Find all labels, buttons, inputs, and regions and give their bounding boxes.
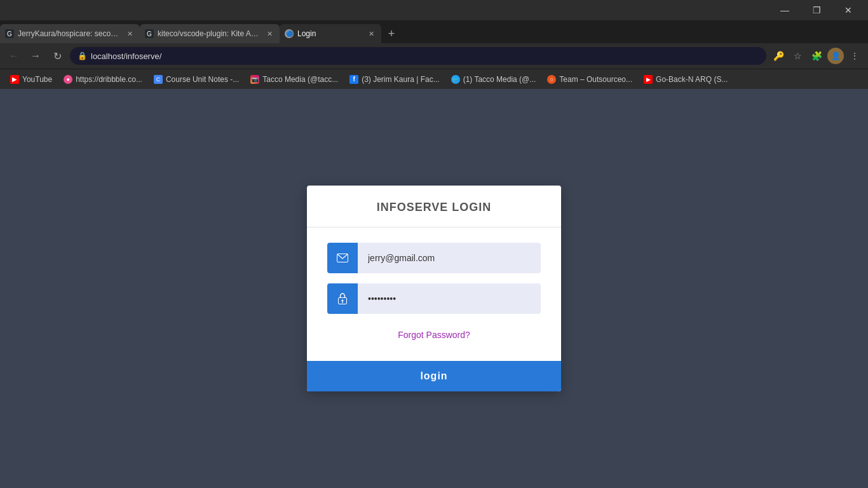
goback-favicon: ▶: [644, 75, 653, 84]
tab-title-login: Login: [297, 29, 362, 38]
bookmark-youtube-label: YouTube: [22, 75, 52, 84]
bookmark-facebook[interactable]: f (3) Jerim Kaura | Fac...: [344, 72, 444, 87]
address-text: localhost/infoserve/: [91, 51, 759, 61]
bookmark-instagram-label: Tacco Media (@tacc...: [262, 75, 338, 84]
bookmarks-bar: ▶ YouTube ● https://dribbble.co... C Cou…: [0, 69, 868, 89]
lock-icon: 🔒: [78, 51, 87, 60]
facebook-favicon: f: [349, 75, 358, 84]
tab-close-login[interactable]: ✕: [366, 29, 376, 39]
tab-favicon-kite: G: [145, 29, 154, 38]
email-icon: [327, 243, 358, 273]
address-input-wrap[interactable]: 🔒 localhost/infoserve/: [70, 47, 766, 65]
tab-favicon-login: 🔵: [285, 29, 294, 38]
bookmark-twitter[interactable]: 🐦 (1) Tacco Media (@...: [446, 72, 541, 87]
bookmark-dribbble-label: https://dribbble.co...: [76, 75, 142, 84]
email-input-group: [327, 243, 541, 273]
new-tab-button[interactable]: +: [381, 24, 402, 43]
star-icon[interactable]: ☆: [789, 48, 806, 64]
bookmark-ubuntu[interactable]: ○ Team – Outsourceo...: [542, 72, 637, 87]
forward-button[interactable]: →: [27, 47, 44, 65]
login-card: INFOSERVE LOGIN: [307, 186, 561, 391]
user-avatar[interactable]: 👤: [827, 48, 844, 64]
tab-kite[interactable]: G kiteco/vscode-plugin: Kite Autoc... ✕: [140, 24, 280, 43]
lock-icon: [327, 283, 358, 314]
menu-icon[interactable]: ⋮: [846, 48, 863, 64]
svg-point-2: [342, 300, 344, 302]
maximize-button[interactable]: ❐: [802, 0, 831, 20]
forgot-password-container: Forgot Password?: [327, 324, 541, 351]
address-bar: ← → ↻ 🔒 localhost/infoserve/ 🔑 ☆ 🧩 👤 ⋮: [0, 43, 868, 69]
page-content: INFOSERVE LOGIN: [0, 89, 868, 488]
course-favicon: C: [154, 75, 163, 84]
login-title: INFOSERVE LOGIN: [327, 201, 541, 214]
tab-close-hospicare[interactable]: ✕: [125, 29, 135, 39]
login-button[interactable]: login: [307, 361, 561, 391]
login-footer: login: [307, 361, 561, 391]
minimize-button[interactable]: —: [770, 0, 799, 20]
key-icon[interactable]: 🔑: [770, 48, 787, 64]
forgot-password-link[interactable]: Forgot Password?: [398, 330, 470, 340]
tab-login[interactable]: 🔵 Login ✕: [280, 24, 381, 43]
instagram-favicon: 📷: [250, 75, 259, 84]
tab-title-kite: kiteco/vscode-plugin: Kite Autoc...: [158, 29, 261, 38]
tab-title-hospicare: JerryKaura/hospicare: second ye...: [18, 29, 121, 38]
bookmark-youtube[interactable]: ▶ YouTube: [5, 72, 57, 87]
bookmark-ubuntu-label: Team – Outsourceo...: [559, 75, 632, 84]
close-button[interactable]: ✕: [834, 0, 863, 20]
dribbble-favicon: ●: [64, 75, 72, 84]
tab-close-kite[interactable]: ✕: [264, 29, 275, 39]
extensions-icon[interactable]: 🧩: [808, 48, 825, 64]
bookmark-course-label: Course Unit Notes -...: [166, 75, 239, 84]
bookmark-goback-label: Go-Back-N ARQ (S...: [656, 75, 728, 84]
bookmark-twitter-label: (1) Tacco Media (@...: [463, 75, 536, 84]
address-right-icons: 🔑 ☆ 🧩 👤 ⋮: [770, 48, 863, 64]
browser-chrome: — ❐ ✕ G JerryKaura/hospicare: second ye.…: [0, 0, 868, 89]
title-bar: — ❐ ✕: [0, 0, 868, 20]
tabs-bar: G JerryKaura/hospicare: second ye... ✕ G…: [0, 20, 868, 43]
bookmark-dribbble[interactable]: ● https://dribbble.co...: [58, 72, 147, 87]
login-body: Forgot Password?: [307, 227, 561, 361]
login-header: INFOSERVE LOGIN: [307, 186, 561, 227]
tab-favicon-github: G: [5, 29, 14, 38]
bookmark-course[interactable]: C Course Unit Notes -...: [149, 72, 244, 87]
back-button[interactable]: ←: [5, 47, 23, 65]
password-input-group: [327, 283, 541, 314]
bookmark-instagram[interactable]: 📷 Tacco Media (@tacc...: [245, 72, 343, 87]
youtube-favicon: ▶: [10, 75, 19, 84]
bookmark-facebook-label: (3) Jerim Kaura | Fac...: [362, 75, 439, 84]
email-field[interactable]: [358, 243, 541, 273]
twitter-favicon: 🐦: [451, 75, 460, 84]
password-field[interactable]: [358, 283, 541, 314]
ubuntu-favicon: ○: [547, 75, 556, 84]
bookmark-goback[interactable]: ▶ Go-Back-N ARQ (S...: [639, 72, 733, 87]
tab-hospicare[interactable]: G JerryKaura/hospicare: second ye... ✕: [0, 24, 140, 43]
reload-button[interactable]: ↻: [48, 47, 66, 65]
